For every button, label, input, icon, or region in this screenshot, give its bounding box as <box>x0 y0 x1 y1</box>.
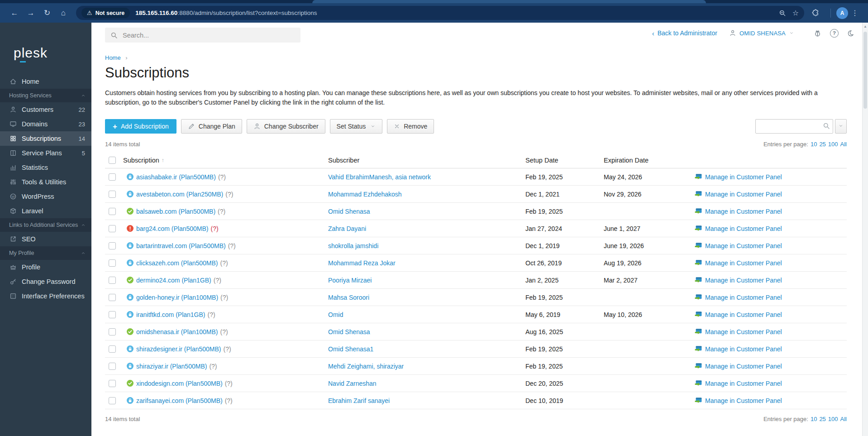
sidebar-section-links-to-additional-services[interactable]: Links to Additional Services <box>0 218 91 232</box>
subscription-hint[interactable]: (?) <box>218 173 226 181</box>
search-icon[interactable] <box>823 122 830 131</box>
browser-active-tab[interactable] <box>312 0 706 3</box>
manage-in-customer-panel-link[interactable]: Manage in Customer Panel <box>705 191 782 198</box>
select-all-checkbox[interactable] <box>109 157 116 164</box>
row-checkbox[interactable] <box>109 225 116 232</box>
sidebar-item-tools-utilities[interactable]: Tools & Utilities <box>0 175 91 189</box>
row-checkbox[interactable] <box>109 345 116 353</box>
manage-in-customer-panel-link[interactable]: Manage in Customer Panel <box>705 345 782 353</box>
manage-in-customer-panel-link[interactable]: Manage in Customer Panel <box>705 311 782 318</box>
subscriber-link[interactable]: Pooriya Mirzaei <box>328 277 372 284</box>
sidebar-item-interface-preferences[interactable]: Interface Preferences <box>0 289 91 303</box>
subscription-link[interactable]: shirazdesigner.ir (Plan500MB) <box>136 345 221 353</box>
remove-button[interactable]: Remove <box>387 119 434 134</box>
extensions-icon[interactable] <box>811 9 828 17</box>
browser-back-icon[interactable]: ← <box>6 9 23 18</box>
subscriber-link[interactable]: Zahra Dayani <box>328 225 366 232</box>
subscriber-link[interactable]: Mehdi Zeighami, shiraziyar <box>328 363 404 370</box>
entries-option-25[interactable]: 25 <box>819 416 825 422</box>
row-checkbox[interactable] <box>109 208 116 215</box>
list-filter-input[interactable] <box>755 119 833 134</box>
sidebar-item-change-password[interactable]: Change Password <box>0 274 91 289</box>
browser-menu-icon[interactable]: ⋮ <box>848 9 862 17</box>
browser-url-bar[interactable]: ⚠ Not secure 185.165.116.60:8880/admin/s… <box>76 6 804 20</box>
manage-in-customer-panel-link[interactable]: Manage in Customer Panel <box>705 277 782 284</box>
subscriber-link[interactable]: Omid <box>328 311 343 318</box>
subscriber-link[interactable]: Omid Shenasa <box>328 208 370 215</box>
row-checkbox[interactable] <box>109 380 116 387</box>
subscription-hint[interactable]: (?) <box>224 345 231 353</box>
subscriber-link[interactable]: shokrolla jamshidi <box>328 242 378 249</box>
manage-in-customer-panel-link[interactable]: Manage in Customer Panel <box>705 380 782 387</box>
subscription-link[interactable]: barg24.com (Plan500MB) <box>136 225 209 232</box>
browser-forward-icon[interactable]: → <box>23 9 39 18</box>
plesk-logo[interactable]: plesk <box>14 45 63 61</box>
not-secure-badge[interactable]: ⚠ Not secure <box>81 8 130 18</box>
subscription-hint[interactable]: (?) <box>218 208 225 215</box>
sidebar-item-profile[interactable]: Profile <box>0 260 91 274</box>
subscription-link[interactable]: asiashabake.ir (Plan500MB) <box>136 173 216 181</box>
subscriber-link[interactable]: Mohammad Ezhdehakosh <box>328 191 402 198</box>
column-setup-date[interactable]: Setup Date <box>522 157 600 164</box>
row-checkbox[interactable] <box>109 294 116 301</box>
manage-in-customer-panel-link[interactable]: Manage in Customer Panel <box>705 363 782 370</box>
subscription-hint[interactable]: (?) <box>208 311 215 318</box>
row-checkbox[interactable] <box>109 397 116 404</box>
subscription-hint[interactable]: (?) <box>220 294 228 301</box>
sidebar-item-home[interactable]: Home <box>0 74 91 89</box>
sidebar-item-service-plans[interactable]: Service Plans5 <box>0 146 91 160</box>
bookmark-star-icon[interactable]: ☆ <box>792 9 799 17</box>
entries-option-25[interactable]: 25 <box>819 141 825 148</box>
add-subscription-button[interactable]: + Add Subscription <box>105 119 176 134</box>
column-subscriber[interactable]: Subscriber <box>324 157 522 164</box>
entries-option-100[interactable]: 100 <box>828 416 838 422</box>
user-menu[interactable]: OMID SHENASA <box>729 29 794 37</box>
filter-options-button[interactable] <box>835 119 847 134</box>
browser-zoom-icon[interactable] <box>779 10 786 17</box>
row-checkbox[interactable] <box>109 277 116 284</box>
subscriber-link[interactable]: Omid Shenasa <box>328 328 370 335</box>
scroll-up-arrow[interactable]: ▲ <box>863 24 868 29</box>
search-input[interactable] <box>122 31 295 39</box>
page-scrollbar[interactable]: ▲ <box>862 23 868 436</box>
manage-in-customer-panel-link[interactable]: Manage in Customer Panel <box>705 397 782 404</box>
sidebar-section-hosting-services[interactable]: Hosting Services <box>0 89 91 102</box>
back-to-admin-link[interactable]: ‹ Back to Administrator <box>652 29 717 37</box>
column-subscription[interactable]: Subscription ↑ <box>123 157 324 164</box>
subscription-link[interactable]: balsaweb.com (Plan500MB) <box>136 208 215 215</box>
entries-option-10[interactable]: 10 <box>811 141 817 148</box>
subscription-link[interactable]: omidshenasa.ir (Plan100MB) <box>136 328 218 335</box>
change-plan-button[interactable]: Change Plan <box>181 119 242 134</box>
manage-in-customer-panel-link[interactable]: Manage in Customer Panel <box>705 173 782 181</box>
subscription-link[interactable]: clicksazeh.com (Plan500MB) <box>136 259 218 267</box>
manage-in-customer-panel-link[interactable]: Manage in Customer Panel <box>705 242 782 249</box>
subscription-hint[interactable]: (?) <box>220 259 228 267</box>
column-expiration-date[interactable]: Expiration Date <box>600 157 691 164</box>
subscription-hint[interactable]: (?) <box>225 397 233 404</box>
entries-option-10[interactable]: 10 <box>811 416 817 422</box>
sidebar-item-customers[interactable]: Customers22 <box>0 102 91 117</box>
subscription-hint[interactable]: (?) <box>225 380 233 387</box>
browser-home-icon[interactable]: ⌂ <box>55 9 72 18</box>
row-checkbox[interactable] <box>109 191 116 198</box>
subscriber-link[interactable]: Ebrahim Zarif sanayei <box>328 397 390 404</box>
subscriber-link[interactable]: Omid Shenasa1 <box>328 345 373 353</box>
sidebar-item-domains[interactable]: Domains23 <box>0 117 91 131</box>
manage-in-customer-panel-link[interactable]: Manage in Customer Panel <box>705 259 782 267</box>
browser-avatar[interactable]: A <box>836 7 848 19</box>
manage-in-customer-panel-link[interactable]: Manage in Customer Panel <box>705 294 782 301</box>
subscriber-link[interactable]: Vahid EbrahimManesh, asia network <box>328 173 431 181</box>
sidebar-item-wordpress[interactable]: WWordPress <box>0 189 91 204</box>
breadcrumb-home-link[interactable]: Home <box>105 54 121 61</box>
global-search[interactable] <box>105 28 300 43</box>
manage-in-customer-panel-link[interactable]: Manage in Customer Panel <box>705 208 782 215</box>
scrollbar-thumb[interactable] <box>863 32 867 109</box>
row-checkbox[interactable] <box>109 173 116 181</box>
dark-mode-icon[interactable] <box>847 29 855 37</box>
subscription-hint[interactable]: (?) <box>209 363 217 370</box>
help-icon[interactable]: ? <box>830 29 839 38</box>
sidebar-item-seo[interactable]: SEO <box>0 232 91 246</box>
subscriber-link[interactable]: Mohammad Reza Jokar <box>328 259 396 267</box>
manage-in-customer-panel-link[interactable]: Manage in Customer Panel <box>705 225 782 232</box>
sidebar-item-laravel[interactable]: Laravel <box>0 204 91 218</box>
